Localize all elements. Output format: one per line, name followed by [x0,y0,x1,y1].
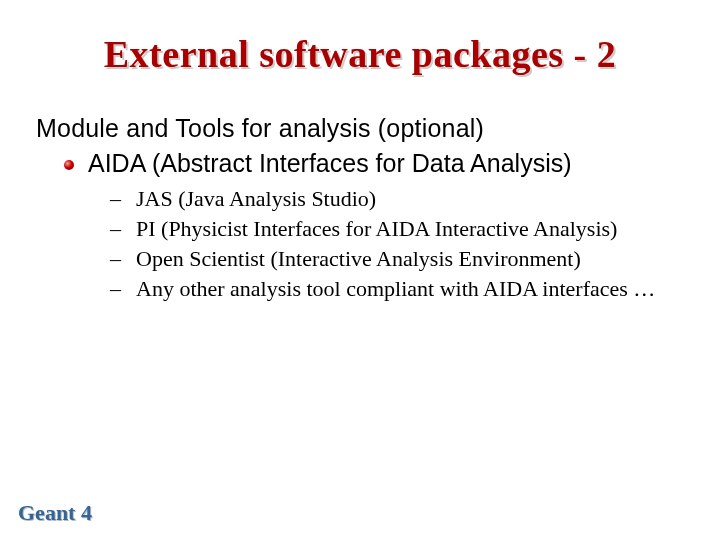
sub-list: – JAS (Java Analysis Studio) – PI (Physi… [110,186,670,302]
list-item-text: JAS (Java Analysis Studio) [136,186,376,212]
list-item: – Any other analysis tool compliant with… [110,276,670,302]
dot-bullet-icon [64,160,74,170]
slide-title: External software packages - 2 [50,32,670,76]
bullet-item: AIDA (Abstract Interfaces for Data Analy… [64,149,670,178]
dash-bullet-icon: – [110,186,122,212]
footer-logo-text: Geant 4 [18,500,92,526]
bullet-text: AIDA (Abstract Interfaces for Data Analy… [88,149,572,178]
list-item-text: Any other analysis tool compliant with A… [136,276,655,302]
list-item: – Open Scientist (Interactive Analysis E… [110,246,670,272]
dash-bullet-icon: – [110,246,122,272]
list-item-text: PI (Physicist Interfaces for AIDA Intera… [136,216,617,242]
section-heading: Module and Tools for analysis (optional) [36,114,670,143]
list-item: – JAS (Java Analysis Studio) [110,186,670,212]
list-item: – PI (Physicist Interfaces for AIDA Inte… [110,216,670,242]
dash-bullet-icon: – [110,216,122,242]
slide: External software packages - 2 Module an… [0,0,720,540]
list-item-text: Open Scientist (Interactive Analysis Env… [136,246,581,272]
dash-bullet-icon: – [110,276,122,302]
